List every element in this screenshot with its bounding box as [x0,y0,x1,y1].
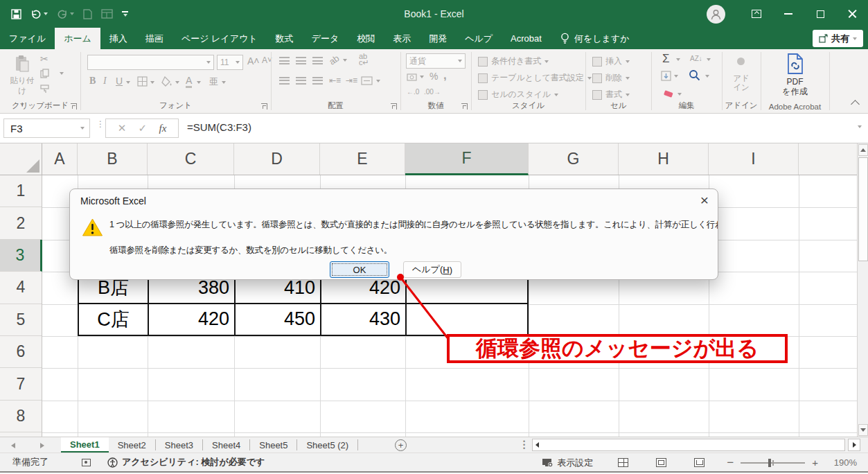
row-header-2[interactable]: 2 [0,207,42,239]
tab-formulas[interactable]: 数式 [267,28,303,49]
macro-record-icon[interactable] [82,459,91,466]
tab-splitter[interactable]: ••• [523,440,525,450]
chevron-down-icon[interactable] [222,81,226,84]
chevron-down-icon[interactable] [420,76,424,78]
format-painter-icon[interactable] [40,84,50,96]
name-box[interactable]: F3 [3,119,90,138]
scroll-up-button[interactable] [858,144,868,156]
cancel-formula-icon[interactable]: ✕ [118,122,127,134]
share-button[interactable]: 共有 [813,30,863,47]
wrap-text-icon[interactable]: abc↵ [359,53,369,66]
chevron-down-icon[interactable] [705,75,709,78]
zoom-slider-thumb[interactable] [768,459,771,467]
chevron-down-icon[interactable] [175,81,179,84]
grow-font-icon[interactable]: A˄ [247,55,260,67]
tell-me-box[interactable]: 何をしますか [551,28,630,49]
expand-formula-bar-icon[interactable] [858,125,862,128]
cell-e5[interactable]: 430 [321,304,407,335]
customize-qat-icon[interactable] [122,11,128,17]
row-header-7[interactable]: 7 [0,368,42,400]
sheet-tab-sheet5[interactable]: Sheet5 [250,439,297,450]
ribbon-display-options-button[interactable] [741,0,772,28]
column-header-a[interactable]: A [42,143,78,175]
document-icon[interactable] [83,9,92,19]
sheet-nav-right-icon[interactable] [40,443,44,448]
fill-color-icon[interactable] [161,76,172,89]
italic-button[interactable]: I [103,76,107,87]
dialog-launcher-icon[interactable] [391,103,397,109]
font-color-icon[interactable]: A [186,75,192,88]
maximize-button[interactable] [804,0,836,28]
row-header-3[interactable]: 3 [0,240,42,272]
cell-styles-button[interactable]: セルのスタイル [478,87,558,102]
ok-button[interactable]: OK [330,261,389,278]
horizontal-scrollbar[interactable] [532,439,845,451]
font-name-combo[interactable] [87,55,214,70]
display-settings-button[interactable]: 表示設定 [542,457,593,469]
formula-input[interactable]: =SUM(C3:F3) [187,121,251,133]
column-header-partial[interactable] [799,143,857,175]
account-avatar[interactable] [707,5,725,24]
zoom-slider[interactable] [741,462,805,464]
chevron-down-icon[interactable] [197,81,201,84]
zoom-level[interactable]: 190% [828,457,857,468]
sheet-tab-sheet1[interactable]: Sheet1 [61,437,109,453]
align-bottom-icon[interactable] [312,57,323,64]
column-header-h[interactable]: H [619,143,709,175]
conditional-formatting-button[interactable]: 条件付き書式 [478,54,549,69]
increase-decimal-icon[interactable]: ←.0 [407,88,419,96]
row-header-4[interactable]: 4 [0,272,42,304]
page-break-view-button[interactable] [694,458,705,467]
vertical-scrollbar-thumb[interactable] [858,157,868,261]
format-cells-button[interactable]: 書式 [592,87,630,102]
sheet-tab-sheet2[interactable]: Sheet2 [109,439,156,450]
tab-page-layout[interactable]: ページ レイアウト [172,28,267,49]
page-layout-view-button[interactable] [656,458,666,467]
new-sheet-button[interactable]: + [395,439,407,451]
addins-button[interactable]: アドイン [722,74,761,92]
chevron-down-icon[interactable] [376,80,380,82]
column-header-i[interactable]: I [709,143,799,175]
decrease-decimal-icon[interactable]: .00→ [424,88,441,96]
table-preview-icon[interactable] [101,9,113,19]
minimize-button[interactable] [772,0,804,28]
number-format-combo[interactable]: 通貨 [406,53,466,69]
create-pdf-button[interactable]: PDFを作成 [761,53,829,96]
sheet-tab-sheet4[interactable]: Sheet4 [203,439,250,450]
select-all-button[interactable] [0,143,42,175]
dialog-launcher-icon[interactable] [71,103,77,109]
align-top-icon[interactable] [279,57,290,64]
format-as-table-button[interactable]: テーブルとして書式設定 [478,71,592,85]
accessibility-status[interactable]: アクセシビリティ: 検討が必要です [107,456,265,468]
tab-draw[interactable]: 描画 [136,28,172,49]
vertical-scrollbar[interactable] [857,143,868,437]
save-icon[interactable] [11,9,21,19]
redo-button[interactable] [57,9,74,19]
chevron-down-icon[interactable] [676,58,680,61]
cell-d5[interactable]: 450 [236,304,321,335]
normal-view-button[interactable] [618,458,628,467]
chevron-down-icon[interactable] [126,81,130,84]
zoom-out-button[interactable]: − [727,456,734,470]
column-header-c[interactable]: C [148,143,234,175]
tab-data[interactable]: データ [303,28,348,49]
cell-f5[interactable] [407,304,527,335]
enter-formula-icon[interactable]: ✓ [139,122,148,134]
tab-view[interactable]: 表示 [384,28,420,49]
column-header-g[interactable]: G [529,143,619,175]
chevron-down-icon[interactable] [677,93,682,96]
insert-cells-button[interactable]: 挿入 [592,54,630,69]
row-header-6[interactable]: 6 [0,336,42,368]
search-icon[interactable] [689,69,700,84]
tab-insert[interactable]: 挿入 [100,28,136,49]
merge-center-icon[interactable] [361,76,373,88]
scroll-right-button[interactable] [848,439,860,451]
ruby-icon[interactable]: 亜 [209,76,218,88]
sheet-tab-sheet5-2[interactable]: Sheet5 (2) [297,439,358,450]
align-right-icon[interactable] [312,77,323,85]
tab-file[interactable]: ファイル [0,28,55,49]
tab-home[interactable]: ホーム [55,28,100,49]
column-header-b[interactable]: B [78,143,148,175]
orientation-icon[interactable]: ab [327,53,341,67]
decrease-indent-icon[interactable]: ⇤≡ [329,76,341,85]
